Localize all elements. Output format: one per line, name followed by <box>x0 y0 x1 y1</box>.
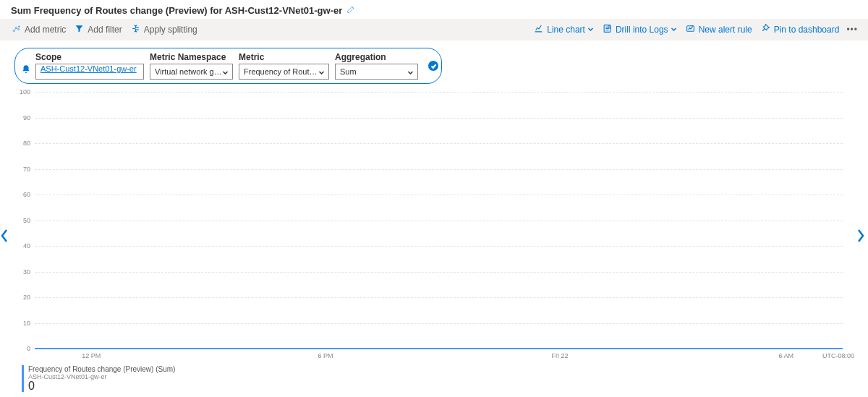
x-tick: 12 PM <box>82 352 101 359</box>
add-metric-icon <box>12 24 25 35</box>
y-tick: 100 <box>14 88 30 95</box>
aggregation-label: Aggregation <box>335 52 418 62</box>
chart-legend[interactable]: Frequency of Routes change (Preview) (Su… <box>22 365 857 392</box>
y-tick: 40 <box>14 242 30 249</box>
metrics-toolbar: Add metric Add filter Apply splitting Li… <box>0 19 868 40</box>
line-chart-icon <box>534 24 547 35</box>
gridline <box>35 272 843 273</box>
gridline <box>35 297 843 298</box>
apply-splitting-button[interactable]: Apply splitting <box>127 22 202 37</box>
chevron-down-icon <box>585 25 594 35</box>
metric-select[interactable]: Frequency of Routes ch... <box>239 64 329 80</box>
new-alert-label: New alert rule <box>699 25 752 35</box>
more-button[interactable]: ••• <box>843 23 861 36</box>
add-metric-button[interactable]: Add metric <box>7 22 70 37</box>
filter-icon <box>75 24 88 35</box>
time-forward-button[interactable] <box>856 226 868 246</box>
gridline <box>35 118 843 119</box>
metric-value: Frequency of Routes ch... <box>244 67 320 76</box>
drill-logs-dropdown[interactable]: Drill into Logs <box>598 22 681 37</box>
add-filter-label: Add filter <box>88 25 122 35</box>
add-metric-label: Add metric <box>25 25 66 35</box>
pin-dashboard-label: Pin to dashboard <box>774 25 840 35</box>
chart-plot[interactable]: 0102030405060708090100 <box>35 88 843 352</box>
x-axis: UTC-08:00 12 PM6 PMFri 226 AM <box>35 352 843 362</box>
apply-splitting-label: Apply splitting <box>144 25 197 35</box>
chart-type-dropdown[interactable]: Line chart <box>529 22 598 37</box>
drill-logs-label: Drill into Logs <box>616 25 668 35</box>
splitting-icon <box>131 24 144 35</box>
scope-label: Scope <box>35 52 144 62</box>
new-alert-button[interactable]: New alert rule <box>681 22 757 37</box>
chevron-down-icon <box>668 25 677 35</box>
chart-area: 0102030405060708090100 UTC-08:00 12 PM6 … <box>0 88 868 392</box>
y-tick: 30 <box>14 268 30 276</box>
add-filter-button[interactable]: Add filter <box>70 22 126 37</box>
time-back-button[interactable] <box>0 226 12 246</box>
x-tick: Fri 22 <box>552 352 569 359</box>
gridline <box>35 246 843 247</box>
gridline <box>35 169 843 170</box>
metric-config-pill: Scope ASH-Cust12-VNet01-gw-er Metric Nam… <box>14 48 442 84</box>
gridline <box>35 221 843 221</box>
chart-type-label: Line chart <box>547 25 585 35</box>
y-tick: 20 <box>14 294 30 301</box>
gridline <box>35 195 843 195</box>
chart-title-bar: Sum Frequency of Routes change (Preview)… <box>0 0 868 19</box>
ellipsis-icon: ••• <box>846 25 858 35</box>
y-tick: 50 <box>14 217 30 224</box>
legend-series-name: Frequency of Routes change (Preview) (Su… <box>28 365 857 373</box>
metric-label: Metric <box>239 52 329 62</box>
drill-logs-icon <box>603 24 616 35</box>
data-series-line <box>35 348 843 349</box>
pin-icon <box>761 24 774 35</box>
alert-icon <box>686 24 699 35</box>
namespace-value: Virtual network gatewa... <box>155 67 224 76</box>
y-tick: 0 <box>14 345 30 352</box>
edit-title-icon[interactable] <box>342 4 356 16</box>
y-tick: 90 <box>14 114 30 121</box>
x-tick: 6 AM <box>779 352 794 359</box>
pin-dashboard-button[interactable]: Pin to dashboard <box>757 22 844 37</box>
timezone-label: UTC-08:00 <box>822 352 854 359</box>
y-tick: 10 <box>14 320 30 327</box>
y-tick: 70 <box>14 166 30 173</box>
aggregation-select[interactable]: Sum <box>335 64 418 80</box>
aggregation-value: Sum <box>340 67 357 76</box>
gridline <box>35 92 843 93</box>
x-tick: 6 PM <box>318 352 333 359</box>
y-tick: 60 <box>14 191 30 198</box>
scope-value: ASH-Cust12-VNet01-gw-er <box>41 64 137 73</box>
legend-resource-name: ASH-Cust12-VNet01-gw-er <box>28 373 857 380</box>
gridline <box>35 143 843 144</box>
namespace-select[interactable]: Virtual network gatewa... <box>150 64 233 80</box>
y-tick: 80 <box>14 140 30 147</box>
resource-icon <box>21 56 35 77</box>
scope-select[interactable]: ASH-Cust12-VNet01-gw-er <box>35 64 144 80</box>
legend-latest-value: 0 <box>28 380 857 392</box>
metric-config-row: Scope ASH-Cust12-VNet01-gw-er Metric Nam… <box>0 40 868 88</box>
chart-title: Sum Frequency of Routes change (Preview)… <box>11 5 342 16</box>
gridline <box>35 323 843 324</box>
namespace-label: Metric Namespace <box>150 52 233 62</box>
confirm-metric-icon[interactable] <box>428 61 438 71</box>
